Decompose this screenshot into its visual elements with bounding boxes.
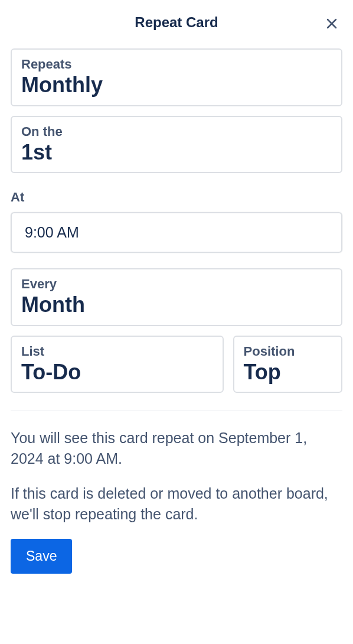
list-value: To-Do bbox=[21, 360, 213, 384]
next-occurrence-text: You will see this card repeat on Septemb… bbox=[11, 428, 342, 469]
dialog-title: Repeat Card bbox=[135, 14, 218, 31]
repeats-value: Monthly bbox=[21, 73, 332, 97]
position-label: Position bbox=[244, 344, 332, 359]
close-icon[interactable] bbox=[325, 17, 339, 31]
divider bbox=[11, 411, 342, 411]
every-value: Month bbox=[21, 293, 332, 317]
every-label: Every bbox=[21, 277, 332, 292]
list-select[interactable]: List To-Do bbox=[11, 336, 224, 393]
at-label: At bbox=[11, 190, 342, 205]
position-value: Top bbox=[244, 360, 332, 384]
onthe-value: 1st bbox=[21, 141, 332, 164]
list-label: List bbox=[21, 344, 213, 359]
save-button[interactable]: Save bbox=[11, 539, 72, 574]
deletion-note-text: If this card is deleted or moved to anot… bbox=[11, 483, 342, 525]
dialog-header: Repeat Card bbox=[11, 11, 342, 31]
repeats-label: Repeats bbox=[21, 57, 332, 72]
position-select[interactable]: Position Top bbox=[233, 336, 342, 393]
time-input[interactable] bbox=[11, 212, 342, 253]
onthe-select[interactable]: On the 1st bbox=[11, 116, 342, 174]
onthe-label: On the bbox=[21, 124, 332, 139]
every-select[interactable]: Every Month bbox=[11, 268, 342, 326]
repeats-select[interactable]: Repeats Monthly bbox=[11, 48, 342, 106]
